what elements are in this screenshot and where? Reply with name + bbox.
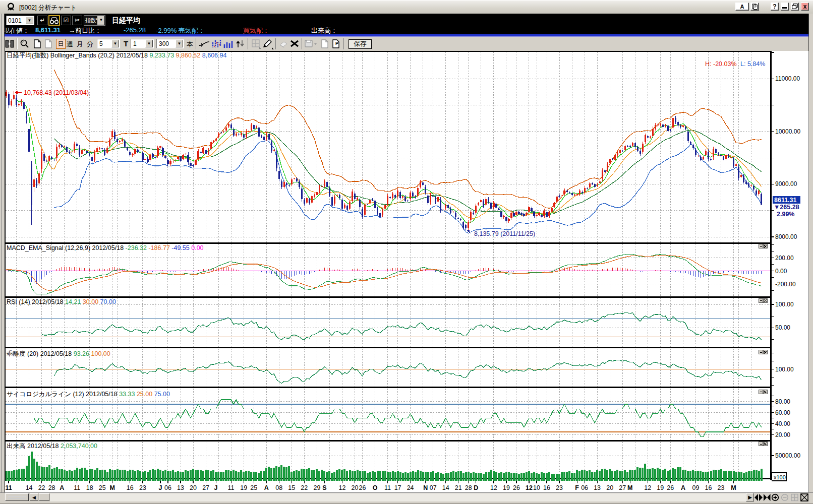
svg-text:14: 14: [26, 484, 33, 491]
svg-text:D: D: [474, 484, 478, 491]
svg-text:26: 26: [359, 484, 366, 491]
svg-text:23: 23: [556, 484, 563, 491]
svg-text:11: 11: [5, 484, 12, 491]
svg-text:16: 16: [705, 484, 712, 491]
svg-text:M: M: [627, 484, 632, 491]
svg-text:16: 16: [127, 484, 134, 491]
svg-text:20: 20: [606, 484, 613, 491]
svg-text:8000.00: 8000.00: [775, 233, 797, 240]
svg-text:A: A: [264, 484, 269, 491]
svg-text:F: F: [575, 484, 579, 491]
svg-text:15: 15: [288, 484, 295, 491]
svg-text:x100: x100: [774, 474, 786, 480]
svg-text:RSI (14) 2012/05/18 14.21 30.0: RSI (14) 2012/05/18 14.21 30.00 70.00: [7, 298, 116, 305]
svg-text:26: 26: [667, 484, 674, 491]
svg-text:22: 22: [301, 484, 308, 491]
svg-text:16: 16: [543, 484, 550, 491]
svg-text:14: 14: [442, 484, 449, 491]
svg-text:S: S: [322, 484, 326, 491]
svg-text:8611.31: 8611.31: [774, 197, 797, 204]
svg-text:MACD_EMA_Signal (12,26,9) 2012: MACD_EMA_Signal (12,26,9) 2012/05/18 -23…: [7, 244, 204, 251]
svg-text:21: 21: [455, 484, 462, 491]
svg-text:13: 13: [177, 484, 184, 491]
svg-text:▼265.28: ▼265.28: [774, 204, 799, 211]
svg-text:P: P: [335, 41, 338, 46]
svg-text:11: 11: [384, 484, 391, 491]
svg-text:12: 12: [526, 484, 533, 491]
svg-text:L: 5.84%: L: 5.84%: [740, 60, 765, 68]
svg-text:20.00: 20.00: [775, 431, 790, 438]
svg-text:11: 11: [228, 484, 235, 491]
svg-text:27: 27: [619, 484, 626, 491]
svg-text:50.00: 50.00: [775, 324, 790, 331]
svg-text:日経平均(指数) Bollinger_Bands (20,2: 日経平均(指数) Bollinger_Bands (20,2) 2012/05/…: [7, 52, 226, 59]
svg-text:06: 06: [164, 484, 171, 491]
svg-text:100.00: 100.00: [775, 366, 794, 373]
svg-text:0.00: 0.00: [775, 268, 787, 275]
svg-text:サイコロジカルライン (12) 2012/05/18 33.: サイコロジカルライン (12) 2012/05/18 33.33 25.00 7…: [7, 391, 170, 398]
svg-text:出来高 2012/05/18 2,053,740.00: 出来高 2012/05/18 2,053,740.00: [7, 443, 97, 450]
svg-text:24: 24: [407, 484, 414, 491]
svg-text:9000.00: 9000.00: [775, 180, 797, 187]
svg-text:-200.00: -200.00: [775, 281, 796, 288]
svg-text:80.00: 80.00: [775, 398, 790, 405]
svg-text:10000.00: 10000.00: [775, 128, 800, 135]
svg-text:19: 19: [657, 484, 664, 491]
svg-text:12: 12: [644, 484, 651, 491]
svg-text:20: 20: [352, 484, 359, 491]
svg-text:O: O: [373, 484, 378, 491]
svg-text:10,768.43 (2011/03/04): 10,768.43 (2011/03/04): [24, 89, 89, 96]
svg-text:27: 27: [202, 484, 209, 491]
svg-text:29: 29: [313, 484, 320, 491]
svg-text:H: -20.03%: H: -20.03%: [705, 60, 737, 68]
svg-text:50000.00: 50000.00: [775, 452, 800, 459]
svg-text:2.99%: 2.99%: [777, 211, 794, 218]
svg-text:11000.00: 11000.00: [775, 75, 800, 82]
svg-text:07: 07: [430, 484, 437, 491]
svg-text:22: 22: [38, 484, 45, 491]
svg-text:12: 12: [338, 484, 345, 491]
svg-text:N: N: [423, 484, 428, 491]
svg-text:06: 06: [581, 484, 588, 491]
svg-text:8,135.79 (2011/11/25): 8,135.79 (2011/11/25): [474, 230, 535, 237]
svg-text:26: 26: [513, 484, 520, 491]
svg-text:40.00: 40.00: [775, 420, 790, 427]
svg-text:13: 13: [594, 484, 601, 491]
svg-text:20: 20: [190, 484, 197, 491]
svg-text:100.00: 100.00: [775, 301, 794, 308]
svg-text:25: 25: [99, 484, 106, 491]
svg-text:M: M: [110, 484, 115, 491]
svg-text:10: 10: [533, 484, 540, 491]
svg-text:17: 17: [394, 484, 401, 491]
svg-text:25: 25: [250, 484, 257, 491]
svg-text:19: 19: [503, 484, 510, 491]
svg-text:A: A: [60, 484, 64, 491]
svg-text:J: J: [214, 484, 218, 491]
svg-text:09: 09: [692, 484, 699, 491]
svg-text:M: M: [731, 484, 736, 491]
svg-text:19: 19: [240, 484, 247, 491]
svg-text:乖離度 (20) 2012/05/18 93.26 100.: 乖離度 (20) 2012/05/18 93.26 100.00: [6, 350, 110, 357]
svg-text:11: 11: [74, 484, 80, 491]
svg-text:18: 18: [86, 484, 93, 491]
svg-text:08: 08: [275, 484, 282, 491]
svg-text:12: 12: [490, 484, 497, 491]
svg-text:23: 23: [718, 484, 725, 491]
svg-text:J: J: [158, 484, 162, 491]
svg-text:200.00: 200.00: [775, 255, 794, 262]
svg-text:60.00: 60.00: [775, 409, 790, 416]
svg-text:A: A: [681, 484, 685, 491]
svg-text:28: 28: [48, 484, 55, 491]
svg-text:23: 23: [139, 484, 146, 491]
svg-text:28: 28: [465, 484, 472, 491]
